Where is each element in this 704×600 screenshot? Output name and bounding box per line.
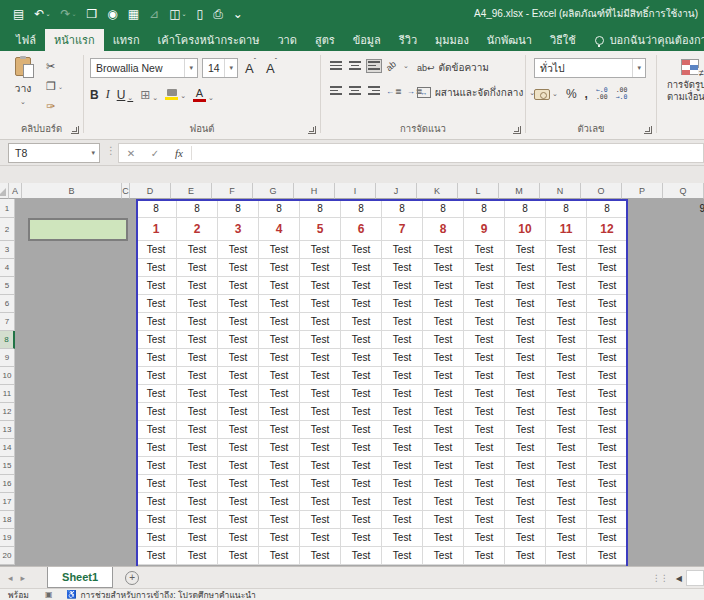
cell-G17[interactable]: Test <box>259 493 300 511</box>
cell-L6[interactable]: Test <box>464 295 505 313</box>
table-icon[interactable]: ▦ <box>125 6 142 22</box>
sheet-nav-right-icon[interactable]: ▸ <box>21 573 34 583</box>
cell-H14[interactable]: Test <box>300 439 341 457</box>
cell-M19[interactable]: Test <box>505 529 546 547</box>
cell-P4[interactable] <box>628 259 669 277</box>
row-header-15[interactable]: 15 <box>0 457 15 475</box>
cell-N12[interactable]: Test <box>546 403 587 421</box>
bottom-align-button[interactable] <box>367 60 381 72</box>
tell-me-box[interactable]: บอกฉันว่าคุณต้องการท <box>585 29 704 51</box>
cell-D1[interactable]: 8 <box>136 199 177 218</box>
cell-Q1[interactable]: 9 <box>669 199 704 218</box>
cell-D8[interactable]: Test <box>136 331 177 349</box>
cell-I3[interactable]: Test <box>341 241 382 259</box>
cell-M20[interactable]: Test <box>505 547 546 565</box>
row-header-8[interactable]: 8 <box>0 331 15 349</box>
cell-B16[interactable] <box>28 475 128 493</box>
font-size-combobox[interactable]: 14 ▾ <box>202 58 238 78</box>
cell-E3[interactable]: Test <box>177 241 218 259</box>
cell-Q14[interactable] <box>669 439 704 457</box>
cell-K20[interactable]: Test <box>423 547 464 565</box>
column-header-N[interactable]: N <box>540 183 581 199</box>
accessibility-status[interactable]: ♿ การช่วยสำหรับการเข้าถึง: โปรดศึกษาคำแน… <box>66 588 255 600</box>
column-header-K[interactable]: K <box>417 183 458 199</box>
cell-B12[interactable] <box>28 403 128 421</box>
cell-K19[interactable]: Test <box>423 529 464 547</box>
cell-K10[interactable]: Test <box>423 367 464 385</box>
cell-J20[interactable]: Test <box>382 547 423 565</box>
cell-C14[interactable] <box>128 439 136 457</box>
cell-B5[interactable] <box>28 277 128 295</box>
cell-B8[interactable] <box>28 331 128 349</box>
row-header-4[interactable]: 4 <box>0 259 15 277</box>
cell-A10[interactable] <box>15 367 28 385</box>
cell-M3[interactable]: Test <box>505 241 546 259</box>
cell-H20[interactable]: Test <box>300 547 341 565</box>
cell-D17[interactable]: Test <box>136 493 177 511</box>
cell-L7[interactable]: Test <box>464 313 505 331</box>
cell-I11[interactable]: Test <box>341 385 382 403</box>
cell-N4[interactable]: Test <box>546 259 587 277</box>
cell-K7[interactable]: Test <box>423 313 464 331</box>
cell-I14[interactable]: Test <box>341 439 382 457</box>
cell-L8[interactable]: Test <box>464 331 505 349</box>
tab-insert[interactable]: แทรก <box>104 29 149 51</box>
cell-O1[interactable]: 8 <box>587 199 628 218</box>
cell-E15[interactable]: Test <box>177 457 218 475</box>
cell-N13[interactable]: Test <box>546 421 587 439</box>
cell-J16[interactable]: Test <box>382 475 423 493</box>
cell-C4[interactable] <box>128 259 136 277</box>
cell-I19[interactable]: Test <box>341 529 382 547</box>
center-button[interactable] <box>348 85 362 97</box>
column-header-P[interactable]: P <box>622 183 663 199</box>
cell-H18[interactable]: Test <box>300 511 341 529</box>
cancel-button[interactable]: ✕ <box>119 148 143 159</box>
cell-J14[interactable]: Test <box>382 439 423 457</box>
cell-H7[interactable]: Test <box>300 313 341 331</box>
borders-button[interactable]: ⊞⌄ <box>140 88 158 102</box>
font-name-combobox[interactable]: Browallia New ▾ <box>90 58 198 78</box>
cell-N17[interactable]: Test <box>546 493 587 511</box>
cell-D7[interactable]: Test <box>136 313 177 331</box>
cell-B17[interactable] <box>28 493 128 511</box>
cell-J13[interactable]: Test <box>382 421 423 439</box>
macro-record-icon[interactable]: ▣ <box>45 590 53 599</box>
cell-M2[interactable]: 10 <box>505 218 546 241</box>
cell-G12[interactable]: Test <box>259 403 300 421</box>
accounting-format-button[interactable]: ⌄ <box>534 89 558 100</box>
tab-review[interactable]: รีวิว <box>390 29 426 51</box>
cell-O13[interactable]: Test <box>587 421 628 439</box>
cell-B19[interactable] <box>28 529 128 547</box>
cell-K12[interactable]: Test <box>423 403 464 421</box>
cell-L1[interactable]: 8 <box>464 199 505 218</box>
cell-K8[interactable]: Test <box>423 331 464 349</box>
cell-G19[interactable]: Test <box>259 529 300 547</box>
cell-C3[interactable] <box>128 241 136 259</box>
column-header-D[interactable]: D <box>130 183 171 199</box>
cell-A6[interactable] <box>15 295 28 313</box>
cell-Q6[interactable] <box>669 295 704 313</box>
cell-B13[interactable] <box>28 421 128 439</box>
tab-view[interactable]: มุมมอง <box>426 29 478 51</box>
cell-B11[interactable] <box>28 385 128 403</box>
comma-style-button[interactable]: , <box>585 87 588 101</box>
row-header-10[interactable]: 10 <box>0 367 15 385</box>
tab-file[interactable]: ไฟล์ <box>7 29 45 51</box>
cell-Q16[interactable] <box>669 475 704 493</box>
cell-J18[interactable]: Test <box>382 511 423 529</box>
cell-A15[interactable] <box>15 457 28 475</box>
cell-Q2[interactable] <box>669 218 704 241</box>
cell-C6[interactable] <box>128 295 136 313</box>
copy-button[interactable]: ❐⌄ <box>46 78 63 95</box>
cell-C18[interactable] <box>128 511 136 529</box>
cell-F15[interactable]: Test <box>218 457 259 475</box>
cell-A2[interactable] <box>15 218 28 241</box>
cell-D20[interactable]: Test <box>136 547 177 565</box>
cell-M10[interactable]: Test <box>505 367 546 385</box>
sheet-tab-sheet1[interactable]: Sheet1 <box>47 567 113 588</box>
row-header-19[interactable]: 19 <box>0 529 15 547</box>
cell-P1[interactable] <box>628 199 669 218</box>
cell-C7[interactable] <box>128 313 136 331</box>
cell-O16[interactable]: Test <box>587 475 628 493</box>
cell-K16[interactable]: Test <box>423 475 464 493</box>
